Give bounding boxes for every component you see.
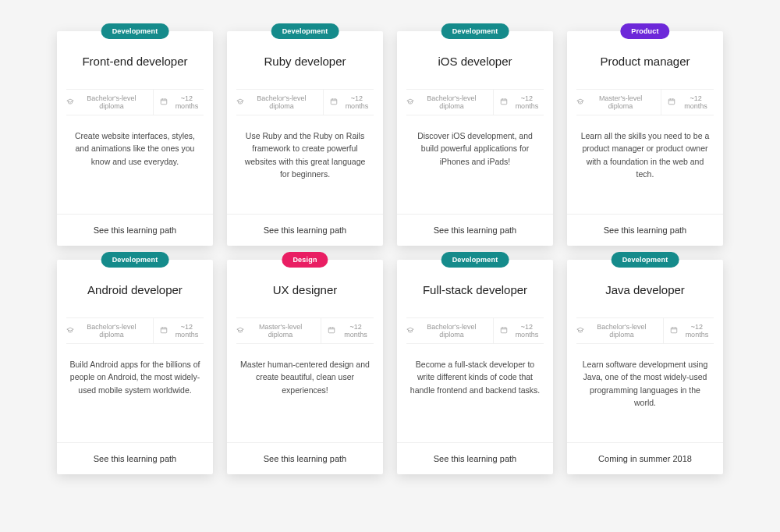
category-badge: Development — [441, 23, 509, 39]
card-body: Android developer Bachelor's-level diplo… — [57, 260, 213, 442]
diploma-icon — [66, 98, 74, 107]
card-cta[interactable]: See this learning path — [567, 214, 723, 246]
calendar-icon — [500, 98, 508, 107]
learning-path-card[interactable]: Development Front-end developer Bachelor… — [57, 31, 213, 246]
card-title: Ruby developer — [236, 55, 374, 69]
card-cta[interactable]: Coming in summer 2018 — [567, 442, 723, 474]
card-body: Full-stack developer Bachelor's-level di… — [397, 260, 553, 442]
duration-label: ~12 months — [340, 94, 374, 110]
category-badge: Development — [101, 252, 169, 268]
duration-label: ~12 months — [170, 94, 204, 110]
diploma-icon — [66, 326, 74, 335]
card-description: Build Android apps for the billions of p… — [66, 358, 204, 396]
category-badge: Development — [612, 252, 679, 268]
diploma-label: Bachelor's-level diploma — [246, 94, 317, 110]
card-title: UX designer — [236, 283, 374, 297]
card-cta[interactable]: See this learning path — [57, 442, 213, 474]
svg-rect-0 — [161, 99, 167, 105]
card-body: iOS developer Bachelor's-level diploma ~… — [397, 31, 553, 214]
card-description: Become a full-stack developer to write d… — [406, 358, 544, 396]
diploma-label: Bachelor's-level diploma — [417, 323, 487, 339]
svg-rect-4 — [161, 328, 167, 333]
card-meta: Bachelor's-level diploma ~12 months — [66, 89, 204, 115]
card-description: Use Ruby and the Ruby on Rails framework… — [236, 129, 374, 180]
svg-rect-6 — [501, 328, 507, 333]
calendar-icon — [328, 326, 335, 335]
card-body: Product manager Master's-level diploma ~… — [567, 31, 723, 214]
card-cta[interactable]: See this learning path — [227, 442, 383, 474]
card-cta[interactable]: See this learning path — [397, 214, 553, 246]
meta-divider — [663, 318, 664, 343]
diploma-meta: Bachelor's-level diploma — [406, 318, 487, 343]
card-title: Front-end developer — [66, 55, 204, 69]
card-description: Create website interfaces, styles, and a… — [66, 129, 204, 168]
svg-rect-1 — [331, 99, 337, 105]
card-description: Discover iOS development, and build powe… — [406, 129, 544, 168]
diploma-label: Bachelor's-level diploma — [76, 323, 147, 339]
card-description: Master human-centered design and create … — [236, 358, 374, 396]
meta-divider — [493, 318, 494, 343]
calendar-icon — [500, 326, 508, 335]
diploma-meta: Master's-level diploma — [576, 90, 654, 115]
duration-label: ~12 months — [680, 323, 714, 339]
card-meta: Master's-level diploma ~12 months — [576, 89, 714, 115]
category-badge: Development — [441, 252, 509, 268]
diploma-label: Bachelor's-level diploma — [76, 94, 147, 110]
card-body: Java developer Bachelor's-level diploma … — [567, 260, 723, 442]
diploma-icon — [236, 98, 244, 107]
meta-divider — [661, 90, 661, 115]
duration-meta: ~12 months — [668, 90, 714, 115]
duration-meta: ~12 months — [500, 318, 544, 343]
card-body: UX designer Master's-level diploma ~12 m… — [227, 260, 383, 442]
svg-rect-7 — [671, 328, 677, 333]
meta-divider — [153, 90, 154, 115]
meta-divider — [323, 90, 324, 115]
duration-meta: ~12 months — [160, 90, 204, 115]
learning-path-card[interactable]: Development Full-stack developer Bachelo… — [397, 260, 553, 474]
learning-path-card[interactable]: Development Java developer Bachelor's-le… — [567, 260, 723, 474]
duration-meta: ~12 months — [160, 318, 204, 343]
diploma-label: Master's-level diploma — [246, 323, 314, 339]
svg-rect-3 — [668, 99, 675, 105]
category-badge: Product — [620, 23, 669, 39]
card-meta: Bachelor's-level diploma ~12 months — [236, 89, 374, 115]
calendar-icon — [160, 98, 168, 107]
card-cta[interactable]: See this learning path — [227, 214, 383, 246]
learning-path-card[interactable]: Development Ruby developer Bachelor's-le… — [227, 31, 383, 246]
card-title: iOS developer — [406, 55, 544, 69]
card-title: Product manager — [576, 55, 714, 69]
duration-label: ~12 months — [678, 94, 714, 110]
diploma-icon — [576, 98, 584, 107]
duration-label: ~12 months — [510, 94, 544, 110]
card-meta: Bachelor's-level diploma ~12 months — [66, 317, 204, 344]
diploma-label: Master's-level diploma — [587, 94, 654, 110]
learning-path-card[interactable]: Development Android developer Bachelor's… — [57, 260, 213, 474]
card-cta[interactable]: See this learning path — [397, 442, 553, 474]
card-cta[interactable]: See this learning path — [57, 214, 213, 246]
meta-divider — [153, 318, 154, 343]
calendar-icon — [668, 98, 675, 107]
diploma-meta: Bachelor's-level diploma — [236, 90, 317, 115]
calendar-icon — [160, 326, 168, 335]
card-meta: Bachelor's-level diploma ~12 months — [406, 89, 544, 115]
diploma-meta: Bachelor's-level diploma — [66, 90, 147, 115]
learning-path-card[interactable]: Development iOS developer Bachelor's-lev… — [397, 31, 553, 246]
svg-rect-5 — [328, 328, 335, 333]
duration-meta: ~12 months — [500, 90, 544, 115]
calendar-icon — [670, 326, 678, 335]
diploma-label: Bachelor's-level diploma — [417, 94, 487, 110]
diploma-icon — [236, 326, 244, 335]
learning-path-card[interactable]: Design UX designer Master's-level diplom… — [227, 260, 383, 474]
category-badge: Design — [282, 252, 328, 268]
meta-divider — [493, 90, 494, 115]
diploma-icon — [406, 98, 414, 107]
duration-label: ~12 months — [510, 323, 544, 339]
category-badge: Development — [271, 23, 339, 39]
learning-path-card[interactable]: Product Product manager Master's-level d… — [567, 31, 723, 246]
card-description: Learn all the skills you need to be a pr… — [576, 129, 714, 180]
meta-divider — [321, 318, 321, 343]
diploma-meta: Master's-level diploma — [236, 318, 314, 343]
card-body: Front-end developer Bachelor's-level dip… — [57, 31, 213, 214]
diploma-meta: Bachelor's-level diploma — [576, 318, 657, 343]
card-body: Ruby developer Bachelor's-level diploma … — [227, 31, 383, 214]
